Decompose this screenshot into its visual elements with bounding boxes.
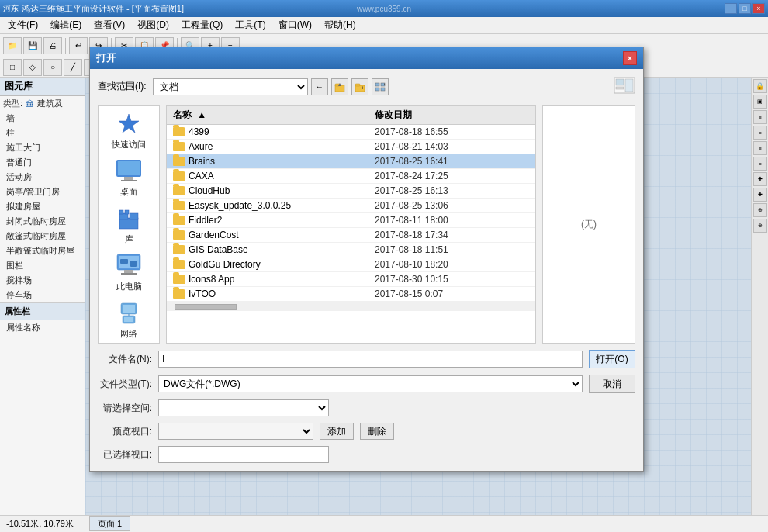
minimize-button[interactable]: － <box>725 3 737 14</box>
sidebar-item-open-house[interactable]: 敞篷式临时房屋 <box>0 229 85 244</box>
qa-item-recent[interactable]: 快速访问 <box>112 109 146 150</box>
filetype-select[interactable]: DWG文件(*.DWG) <box>158 375 583 392</box>
svg-rect-29 <box>130 261 137 267</box>
qa-item-computer[interactable]: 此电脑 <box>115 251 143 292</box>
nav-back-button[interactable]: ← <box>311 78 328 95</box>
open-dialog: 打开 × 查找范围(I): 文档 ← <box>89 47 644 472</box>
right-btn-lock[interactable]: 🔒 <box>753 79 767 93</box>
right-btn-2[interactable]: ≡ <box>753 110 767 124</box>
space-select[interactable] <box>158 399 329 416</box>
add-viewport-button[interactable]: 添加 <box>320 423 354 440</box>
right-btn-9[interactable]: ⊕ <box>753 219 767 233</box>
library-svg-icon <box>116 206 141 230</box>
sidebar-item-parking[interactable]: 停车场 <box>0 288 85 302</box>
sidebar-item-fence[interactable]: 围栏 <box>0 258 85 273</box>
open-button[interactable]: 打开(O) <box>589 350 635 368</box>
sidebar-type-label: 类型: <box>3 98 22 109</box>
menu-help[interactable]: 帮助(H) <box>318 17 362 33</box>
menu-view2[interactable]: 视图(D) <box>131 17 175 33</box>
filename-label: 文件名(N): <box>98 353 152 366</box>
col-date-header[interactable]: 修改日期 <box>368 109 493 122</box>
right-btn-1[interactable]: ▣ <box>753 95 767 109</box>
cancel-button[interactable]: 取消 <box>589 375 635 393</box>
menu-quantity[interactable]: 工程量(Q) <box>175 17 229 33</box>
file-row[interactable]: IvTOO2017-08-15 0:07 <box>167 287 535 302</box>
right-btn-8[interactable]: ⊕ <box>753 203 767 217</box>
nav-view-button[interactable] <box>372 78 389 95</box>
qa-item-library[interactable]: 库 <box>115 204 143 245</box>
coordinates-display: -10.51米, 10.79米 <box>6 518 74 530</box>
delete-viewport-button[interactable]: 删除 <box>360 423 394 440</box>
right-btn-3[interactable]: ≡ <box>753 126 767 140</box>
toolbar2-btn-4[interactable]: ╱ <box>64 59 82 76</box>
sidebar-item-column[interactable]: 柱 <box>0 126 85 140</box>
toolbar2-btn-1[interactable]: □ <box>3 59 22 76</box>
toolbar2-btn-2[interactable]: ◇ <box>23 59 42 76</box>
sidebar-item-mixer[interactable]: 搅拌场 <box>0 273 85 288</box>
file-row[interactable]: 43992017-08-18 16:55 <box>167 125 535 140</box>
sidebar-item-wall[interactable]: 墙 <box>0 111 85 126</box>
selected-viewport-input[interactable] <box>158 446 329 463</box>
file-row[interactable]: Fiddler22017-08-11 18:00 <box>167 213 535 228</box>
file-row-name: Brains <box>167 156 368 167</box>
sidebar-item-closed-house[interactable]: 封闭式临时房屋 <box>0 214 85 229</box>
preview-toggle-btn[interactable] <box>614 77 635 96</box>
menu-tools[interactable]: 工具(T) <box>229 17 272 33</box>
qa-item-desktop[interactable]: 桌面 <box>115 157 143 198</box>
right-btn-6[interactable]: ✚ <box>753 172 767 186</box>
page-indicator[interactable]: 页面 1 <box>89 516 130 531</box>
qa-desktop-icon <box>115 157 143 185</box>
file-row[interactable]: GardenCost2017-08-18 17:34 <box>167 228 535 243</box>
dialog-toolbar: 查找范围(I): 文档 ← <box>98 77 635 96</box>
file-row[interactable]: GIS DataBase2017-08-18 11:51 <box>167 243 535 257</box>
star-icon <box>116 111 141 136</box>
svg-rect-28 <box>121 273 137 275</box>
file-row[interactable]: Icons8 App2017-08-30 10:15 <box>167 272 535 287</box>
file-row[interactable]: Brains2017-08-25 16:41 <box>167 154 535 169</box>
sidebar-item-mobile-house[interactable]: 活动房 <box>0 170 85 185</box>
qa-item-network[interactable]: 网络 <box>115 299 143 340</box>
right-btn-4[interactable]: ≡ <box>753 141 767 155</box>
toolbar-btn-3[interactable]: 🖨 <box>43 37 62 54</box>
nav-newfolder-button[interactable]: + <box>351 78 368 95</box>
menu-view1[interactable]: 查看(V) <box>88 17 131 33</box>
file-row-date: 2017-08-30 10:15 <box>368 274 493 285</box>
lookup-select[interactable]: 文档 <box>153 78 308 95</box>
svg-rect-6 <box>375 83 379 86</box>
file-row[interactable]: GoldGu Directory2017-08-10 18:20 <box>167 257 535 272</box>
right-btn-5[interactable]: ≡ <box>753 157 767 171</box>
file-list-container[interactable]: 名称 ▲ 修改日期 43992017-08-18 16:55Axure2017-… <box>166 105 536 344</box>
sidebar-item-booth[interactable]: 岗亭/管卫门房 <box>0 185 85 199</box>
sidebar-item-door[interactable]: 普通门 <box>0 155 85 170</box>
preview-viewport-select[interactable] <box>158 423 313 440</box>
svg-rect-4 <box>355 84 360 86</box>
menu-file[interactable]: 文件(F) <box>2 17 44 33</box>
toolbar-btn-4[interactable]: ↩ <box>69 37 88 54</box>
toolbar2-btn-3[interactable]: ○ <box>43 59 62 76</box>
toolbar-btn-2[interactable]: 💾 <box>23 37 42 54</box>
sidebar-item-planned-building[interactable]: 拟建房屋 <box>0 199 85 214</box>
col-name-header[interactable]: 名称 ▲ <box>167 109 368 122</box>
filename-input[interactable] <box>158 351 583 368</box>
sidebar-item-gate[interactable]: 施工大门 <box>0 140 85 155</box>
h-scroll[interactable] <box>167 302 535 311</box>
file-row[interactable]: Axure2017-08-21 14:03 <box>167 140 535 154</box>
file-row[interactable]: Easysk_update_3.0.0.252017-08-25 13:06 <box>167 199 535 213</box>
file-row[interactable]: CAXA2017-08-24 17:25 <box>167 169 535 184</box>
right-btn-7[interactable]: ✚ <box>753 188 767 202</box>
toolbar-btn-1[interactable]: 📁 <box>3 37 22 54</box>
h-scroll-thumb[interactable] <box>175 304 237 310</box>
preview-pane: (无) <box>542 105 635 344</box>
dialog-close-button[interactable]: × <box>623 51 637 65</box>
sidebar-item-semi-house[interactable]: 半敞篷式临时房屋 <box>0 244 85 258</box>
menu-window[interactable]: 窗口(W) <box>272 17 318 33</box>
svg-rect-23 <box>119 210 123 214</box>
restore-button[interactable]: □ <box>739 3 751 14</box>
menu-edit[interactable]: 编辑(E) <box>44 17 88 33</box>
close-app-button[interactable]: × <box>752 3 765 14</box>
filename-row: 文件名(N): 打开(O) <box>98 350 635 368</box>
file-row[interactable]: CloudHub2017-08-25 16:13 <box>167 184 535 199</box>
svg-marker-15 <box>119 114 139 133</box>
dialog-body: 查找范围(I): 文档 ← <box>90 69 643 471</box>
nav-up-button[interactable] <box>331 78 348 95</box>
